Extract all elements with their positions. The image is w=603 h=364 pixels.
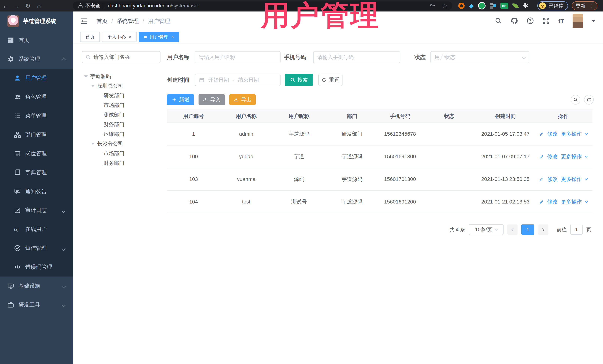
sidebar-item-dict[interactable]: 字典管理: [0, 163, 73, 182]
caret-down-icon[interactable]: [84, 76, 88, 77]
url-path[interactable]: /system/user: [171, 3, 199, 9]
tree-node[interactable]: 市场部门: [82, 149, 163, 158]
tree-node[interactable]: 芋道源码: [82, 72, 163, 81]
extension-grid-icon[interactable]: [490, 3, 496, 9]
breadcrumb-system[interactable]: 系统管理: [116, 17, 139, 25]
edit-link[interactable]: 修改: [547, 153, 558, 160]
user-avatar[interactable]: [573, 14, 583, 28]
more-actions-link[interactable]: 更多操作: [561, 198, 582, 205]
tree-node[interactable]: 研发部门: [82, 91, 163, 100]
extension-leaf-icon[interactable]: [512, 2, 519, 9]
sidebar-item-system[interactable]: 系统管理: [0, 50, 73, 69]
extension-orange-icon[interactable]: [458, 3, 464, 9]
edit-link[interactable]: 修改: [547, 198, 558, 205]
table-search-toggle-button[interactable]: [571, 95, 580, 105]
sidebar-item-menus[interactable]: 菜单管理: [0, 106, 73, 125]
security-label[interactable]: 不安全: [85, 2, 100, 9]
close-icon[interactable]: ×: [129, 34, 131, 39]
mobile-field[interactable]: [317, 54, 396, 60]
export-button-label: 导出: [241, 96, 251, 103]
tab-home[interactable]: 首页: [80, 32, 100, 42]
date-range-input[interactable]: 开始日期 - 结束日期: [195, 74, 280, 86]
breadcrumb-home[interactable]: 首页: [96, 17, 108, 25]
avatar-caret-icon[interactable]: [591, 20, 595, 22]
tab-user-management[interactable]: 用户管理 ×: [139, 32, 179, 42]
mobile-input[interactable]: [313, 51, 400, 63]
sidebar-item-notice[interactable]: 通知公告: [0, 182, 73, 201]
close-icon[interactable]: ×: [171, 34, 174, 39]
sidebar-item-online-users[interactable]: (a) 在线用户: [0, 220, 73, 239]
sidebar-item-infra[interactable]: 基础设施: [0, 276, 73, 295]
chevron-down-icon[interactable]: [585, 132, 588, 135]
extension-gem-icon[interactable]: ◆: [469, 3, 474, 9]
tree-node[interactable]: 长沙分公司: [82, 139, 163, 149]
tree-node[interactable]: 运维部门: [82, 129, 163, 139]
tree-node[interactable]: 测试部门: [82, 110, 163, 120]
current-page-button[interactable]: 1: [521, 224, 534, 235]
sidebar-item-home[interactable]: 首页: [0, 31, 73, 50]
reset-button[interactable]: 重置: [318, 74, 343, 86]
github-icon[interactable]: [510, 17, 518, 25]
more-actions-link[interactable]: 更多操作: [561, 131, 582, 138]
extension-on-badge[interactable]: on: [500, 3, 508, 9]
dept-search-field[interactable]: [93, 54, 157, 60]
forward-icon[interactable]: →: [11, 2, 22, 10]
edit-link[interactable]: 修改: [547, 176, 558, 183]
add-button[interactable]: 新增: [167, 94, 194, 105]
username-input[interactable]: [195, 51, 280, 63]
tree-node[interactable]: 市场部门: [82, 100, 163, 110]
tree-node-label: 财务部门: [104, 160, 124, 167]
font-size-icon[interactable]: tT: [558, 18, 564, 25]
browser-menu-icon[interactable]: ⋮: [589, 3, 594, 9]
app-logo[interactable]: 芋道管理系统: [0, 11, 73, 31]
help-icon[interactable]: [527, 17, 534, 25]
sidebar-item-sms[interactable]: 短信管理: [0, 239, 73, 258]
goto-page-input[interactable]: [570, 225, 583, 235]
password-key-icon[interactable]: [429, 2, 435, 10]
browser-update-button[interactable]: 更新 ⋮: [572, 1, 597, 10]
extension-green-icon[interactable]: [478, 2, 486, 10]
tree-node[interactable]: 财务部门: [82, 158, 163, 168]
status-select[interactable]: 用户状态: [430, 51, 529, 63]
search-button[interactable]: 搜索: [285, 74, 313, 86]
extensions-puzzle-icon[interactable]: [523, 2, 529, 9]
tree-node[interactable]: 财务部门: [82, 120, 163, 129]
edit-link[interactable]: 修改: [547, 131, 558, 138]
search-icon[interactable]: [495, 17, 502, 25]
back-icon[interactable]: ←: [0, 2, 11, 10]
next-page-button[interactable]: [538, 224, 548, 235]
gear-icon: [7, 56, 14, 62]
import-button[interactable]: 导入: [198, 94, 225, 105]
more-actions-link[interactable]: 更多操作: [561, 153, 582, 160]
home-icon[interactable]: ⌂: [33, 2, 45, 10]
url-host[interactable]: dashboard.yudao.iocoder.cn: [108, 3, 171, 9]
sidebar-item-devtools[interactable]: 研发工具: [0, 295, 73, 314]
more-actions-link[interactable]: 更多操作: [561, 176, 582, 183]
sidebar-item-error-codes[interactable]: 错误码管理: [0, 258, 73, 276]
sidebar-item-posts[interactable]: 岗位管理: [0, 144, 73, 163]
tab-profile[interactable]: 个人中心 ×: [102, 32, 137, 42]
table-refresh-button[interactable]: [584, 95, 594, 105]
sidebar-item-roles[interactable]: 角色管理: [0, 88, 73, 106]
sidebar-item-depts[interactable]: 部门管理: [0, 125, 73, 144]
prev-page-button[interactable]: [507, 224, 518, 235]
caret-down-icon[interactable]: [91, 143, 95, 145]
chevron-down-icon[interactable]: [585, 177, 588, 180]
page-size-select[interactable]: 10条/页: [469, 224, 504, 235]
dept-search-input[interactable]: [82, 51, 161, 63]
tree-node[interactable]: 深圳总公司: [82, 81, 163, 91]
chevron-down-icon[interactable]: [585, 200, 588, 203]
username-field[interactable]: [199, 54, 277, 60]
sidebar-collapse-icon[interactable]: [80, 17, 88, 25]
annotation-title: 用户管理: [261, 0, 380, 35]
reload-icon[interactable]: ↻: [22, 2, 33, 10]
bookmark-star-icon[interactable]: ☆: [442, 2, 448, 9]
pagination-total: 共 4 条: [449, 226, 465, 233]
sidebar-item-users[interactable]: 用户管理: [0, 69, 73, 88]
browser-profile-badge[interactable]: 已暂停: [537, 1, 568, 10]
sidebar-item-audit-log[interactable]: 审计日志: [0, 201, 73, 220]
export-button[interactable]: 导出: [229, 94, 256, 105]
caret-down-icon[interactable]: [91, 85, 95, 87]
fullscreen-icon[interactable]: [543, 17, 550, 25]
chevron-down-icon[interactable]: [585, 154, 588, 158]
